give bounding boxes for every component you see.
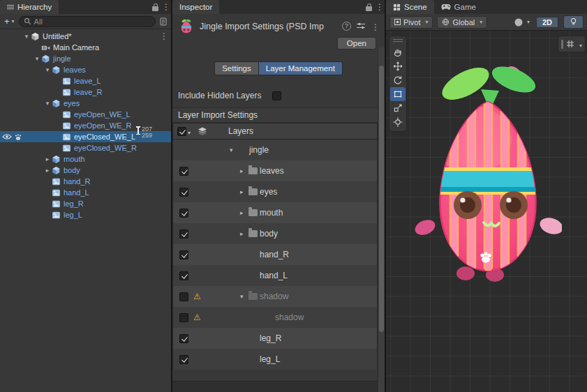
add-object-button[interactable]: + [3, 16, 16, 27]
layers-master-checkbox[interactable] [177, 127, 186, 136]
expand-arrow-icon[interactable]: ▾ [240, 293, 248, 300]
layer-row-shadow[interactable]: ▾shadow [173, 286, 377, 307]
visibility-eye-icon[interactable] [2, 133, 12, 141]
pivot-icon [394, 19, 401, 25]
picking-paw-icon[interactable] [14, 133, 22, 141]
expand-arrow-icon[interactable]: ▾ [43, 66, 52, 73]
camera-icon [41, 43, 50, 52]
hierarchy-row-Main Camera[interactable]: Main Camera [0, 42, 171, 53]
hierarchy-item-label: body [64, 166, 80, 174]
layer-checkbox[interactable] [179, 292, 188, 301]
layer-checkbox[interactable] [179, 250, 188, 259]
hierarchy-row-jingle[interactable]: ▾jingle [0, 53, 171, 64]
layer-row-jingle[interactable]: ▾jingle [173, 140, 377, 160]
hierarchy-row-leg_L[interactable]: leg_L [0, 209, 171, 220]
checkbox-dropdown-caret[interactable] [188, 125, 191, 137]
hierarchy-row-Untitled*[interactable]: ▾Untitled*⋮ [0, 31, 171, 42]
expand-arrow-icon[interactable]: ▸ [240, 209, 248, 216]
layer-checkbox[interactable] [179, 334, 188, 343]
hierarchy-row-eyeClosed_WE_R[interactable]: eyeClosed_WE_R [0, 142, 171, 153]
rotate-tool[interactable] [390, 73, 406, 87]
expand-arrow-icon[interactable]: ▾ [230, 146, 238, 153]
hierarchy-row-leave_L[interactable]: leave_L [0, 75, 171, 86]
shaded-sphere-icon [514, 17, 523, 27]
rect-tool[interactable] [390, 87, 406, 101]
shading-mode-dropdown[interactable] [512, 17, 531, 27]
expand-arrow-icon[interactable]: ▸ [240, 188, 248, 195]
layer-checkbox[interactable] [179, 355, 188, 364]
kebab-menu-icon[interactable] [161, 0, 171, 14]
scene-viewport[interactable] [386, 31, 587, 392]
tab-layer-management[interactable]: Layer Management [259, 61, 343, 75]
2d-mode-toggle[interactable]: 2D [536, 17, 558, 28]
layer-row-mouth[interactable]: ▸mouth [173, 202, 377, 223]
layer-name: body [260, 229, 278, 239]
hierarchy-row-body[interactable]: ▸body [0, 165, 171, 176]
prefab-icon [41, 54, 50, 63]
expand-arrow-icon[interactable]: ▸ [43, 167, 52, 174]
layer-row-shadow[interactable]: shadow [173, 307, 377, 328]
layer-row-hand_R[interactable]: hand_R [173, 244, 377, 265]
scene-tabbar: Scene Game [386, 0, 587, 14]
strip-drag-handle[interactable] [393, 38, 403, 43]
move-tool[interactable] [390, 59, 406, 73]
scale-tool[interactable] [390, 101, 406, 115]
view-tool[interactable] [390, 45, 406, 59]
transform-tool[interactable] [390, 115, 406, 129]
sprite-icon [52, 188, 61, 197]
tab-scene[interactable]: Scene [386, 0, 434, 14]
jingle-character[interactable] [414, 57, 562, 282]
help-icon[interactable] [342, 22, 351, 31]
inspector-scrollbar[interactable] [378, 47, 385, 392]
tab-hierarchy[interactable]: Hierarchy [0, 0, 59, 14]
tab-inspector[interactable]: Inspector [172, 0, 219, 14]
hierarchy-row-hand_R[interactable]: hand_R [0, 176, 171, 187]
layer-row-leg_L[interactable]: leg_L [173, 349, 377, 370]
grid-visibility-control[interactable] [558, 36, 586, 52]
hierarchy-tree: ▾Untitled*⋮Main Camera▾jingle▾leavesleav… [0, 29, 171, 220]
layer-checkbox[interactable] [179, 188, 188, 197]
kebab-menu-icon[interactable] [375, 0, 385, 14]
kebab-menu-icon[interactable]: ⋮ [160, 31, 168, 41]
layer-checkbox[interactable] [179, 313, 188, 322]
kebab-menu-icon[interactable] [371, 20, 380, 34]
hierarchy-row-leaves[interactable]: ▾leaves [0, 64, 171, 75]
hierarchy-row-mouth[interactable]: ▸mouth [0, 153, 171, 165]
hierarchy-row-hand_L[interactable]: hand_L [0, 187, 171, 198]
expand-arrow-icon[interactable]: ▸ [240, 167, 248, 174]
expand-arrow-icon[interactable]: ▾ [22, 33, 31, 40]
expand-arrow-icon[interactable]: ▸ [240, 230, 248, 237]
expand-arrow-icon[interactable]: ▾ [33, 55, 41, 62]
layer-checkbox[interactable] [179, 229, 188, 239]
presets-icon[interactable] [356, 22, 366, 30]
layer-row-hand_L[interactable]: hand_L [173, 265, 377, 286]
hierarchy-row-leave_R[interactable]: leave_R [0, 86, 171, 98]
hierarchy-row-eyes[interactable]: ▾eyes [0, 98, 171, 109]
lock-icon[interactable] [152, 6, 158, 11]
layer-checkbox[interactable] [179, 209, 188, 218]
pivot-dropdown[interactable]: Pivot [389, 16, 433, 29]
search-filter-icon[interactable] [158, 17, 168, 26]
layer-row-leg_R[interactable]: leg_R [173, 328, 377, 349]
visibility-gutter[interactable] [0, 133, 22, 141]
expand-arrow-icon[interactable]: ▾ [43, 100, 52, 107]
global-dropdown[interactable]: Global [437, 16, 487, 29]
open-button[interactable]: Open [337, 37, 376, 50]
lock-icon[interactable] [366, 6, 372, 11]
layer-checkbox[interactable] [179, 167, 188, 176]
search-input[interactable]: All [19, 16, 156, 27]
scrollbar-thumb[interactable] [379, 66, 384, 332]
sprite-icon [52, 199, 61, 209]
layer-row-leaves[interactable]: ▸leaves [173, 160, 377, 181]
sprite-icon [52, 177, 61, 186]
hierarchy-row-leg_R[interactable]: leg_R [0, 198, 171, 209]
tab-game[interactable]: Game [434, 0, 483, 14]
layer-row-eyes[interactable]: ▸eyes [173, 181, 377, 202]
expand-arrow-icon[interactable]: ▸ [43, 156, 52, 163]
hierarchy-row-eyeOpen_WE_L[interactable]: eyeOpen_WE_L [0, 109, 171, 120]
lighting-toggle[interactable] [563, 15, 584, 29]
layer-checkbox[interactable] [179, 271, 188, 280]
layer-row-body[interactable]: ▸body [173, 223, 377, 244]
include-hidden-layers-checkbox[interactable] [272, 91, 281, 100]
tab-settings[interactable]: Settings [214, 61, 259, 75]
